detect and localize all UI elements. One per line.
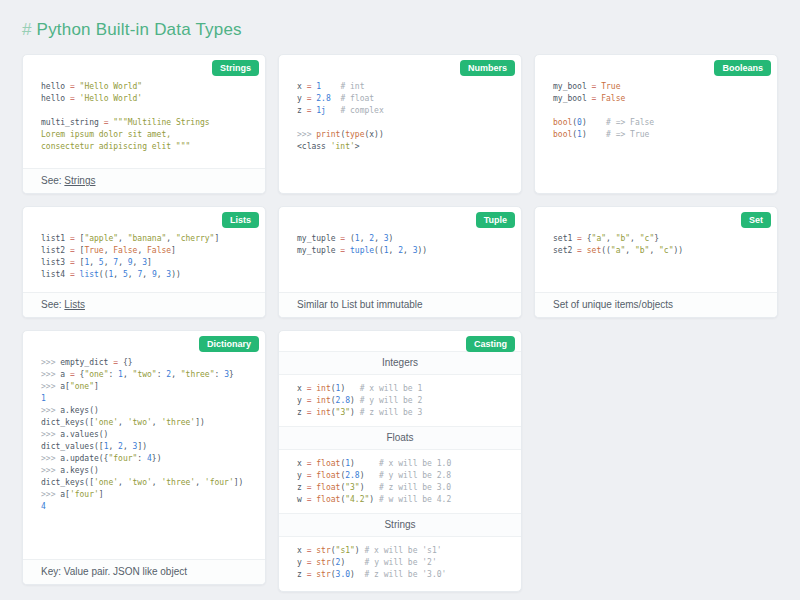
card-booleans: Booleans my_bool = True my_bool = False … bbox=[534, 54, 778, 194]
title-text: Python Built-in Data Types bbox=[37, 20, 242, 39]
code-block-casting-integers[interactable]: x = int(1) # x will be 1 y = int(2.8) # … bbox=[279, 375, 521, 426]
column-2: Numbers x = 1 # int y = 2.8 # float z = … bbox=[278, 54, 522, 592]
card-numbers: Numbers x = 1 # int y = 2.8 # float z = … bbox=[278, 54, 522, 194]
badge-dictionary: Dictionary bbox=[199, 336, 259, 352]
title-hash: # bbox=[22, 20, 32, 39]
column-1: Strings hello = "Hello World" hello = 'H… bbox=[22, 54, 266, 585]
casting-section-title-strings: Strings bbox=[279, 513, 521, 537]
badge-strings: Strings bbox=[212, 60, 259, 76]
card-footer-dictionary: Key: Value pair. JSON like object bbox=[23, 559, 265, 584]
badge-tuple: Tuple bbox=[476, 212, 515, 228]
code-block-dictionary[interactable]: >>> empty_dict = {} >>> a = {"one": 1, "… bbox=[23, 331, 265, 521]
footer-text: Key: Value pair. JSON like object bbox=[41, 566, 187, 577]
card-set: Set set1 = {"a", "b", "c"} set2 = set(("… bbox=[534, 206, 778, 318]
page-title: # Python Built-in Data Types bbox=[22, 20, 778, 40]
badge-numbers: Numbers bbox=[460, 60, 515, 76]
badge-set: Set bbox=[741, 212, 771, 228]
column-3: Booleans my_bool = True my_bool = False … bbox=[534, 54, 778, 318]
card-footer-lists: See: Lists bbox=[23, 292, 265, 317]
footer-prefix: See: bbox=[41, 175, 64, 186]
card-casting: Casting Integers x = int(1) # x will be … bbox=[278, 330, 522, 592]
card-lists: Lists list1 = ["apple", "banana", "cherr… bbox=[22, 206, 266, 318]
code-block-casting-strings[interactable]: x = str("s1") # x will be 's1' y = str(2… bbox=[279, 537, 521, 588]
footer-prefix: See: bbox=[41, 299, 64, 310]
lists-link[interactable]: Lists bbox=[64, 299, 85, 310]
strings-link[interactable]: Strings bbox=[64, 175, 95, 186]
page: # Python Built-in Data Types Strings hel… bbox=[0, 0, 800, 600]
card-footer-tuple: Similar to List but immutable bbox=[279, 292, 521, 317]
card-tuple: Tuple my_tuple = (1, 2, 3) my_tuple = tu… bbox=[278, 206, 522, 318]
badge-booleans: Booleans bbox=[714, 60, 771, 76]
footer-text: Set of unique items/objects bbox=[553, 299, 673, 310]
casting-section-title-integers: Integers bbox=[279, 351, 521, 375]
card-grid: Strings hello = "Hello World" hello = 'H… bbox=[22, 54, 778, 592]
card-dictionary: Dictionary >>> empty_dict = {} >>> a = {… bbox=[22, 330, 266, 585]
casting-section-title-floats: Floats bbox=[279, 426, 521, 450]
card-footer-set: Set of unique items/objects bbox=[535, 292, 777, 317]
card-footer-strings: See: Strings bbox=[23, 168, 265, 193]
card-strings: Strings hello = "Hello World" hello = 'H… bbox=[22, 54, 266, 194]
badge-lists: Lists bbox=[222, 212, 259, 228]
footer-text: Similar to List but immutable bbox=[297, 299, 423, 310]
code-block-casting-floats[interactable]: x = float(1) # x will be 1.0 y = float(2… bbox=[279, 450, 521, 513]
badge-casting: Casting bbox=[466, 336, 515, 352]
